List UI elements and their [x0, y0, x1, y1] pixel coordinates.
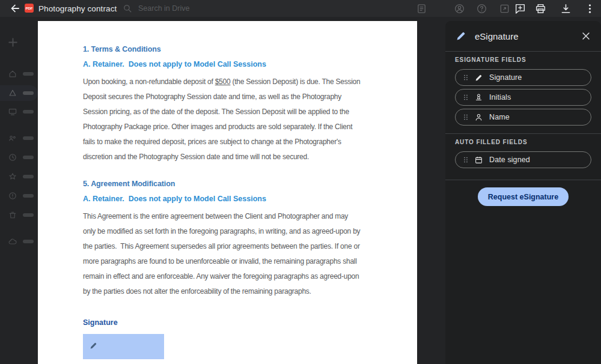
section-paragraph: This Agreement is the entire agreement b… — [83, 209, 403, 299]
auto-filled-section: AUTO FILLED FIELDS Date signed — [445, 134, 601, 180]
field-pill-label: Initials — [489, 93, 511, 102]
section-subheading: A. Retainer. Does not apply to Model Cal… — [83, 60, 403, 68]
sidebar-item — [0, 169, 38, 184]
section-paragraph: Upon booking, a non-refundable deposit o… — [83, 74, 403, 165]
esignature-panel: eSignature ESIGNATURE FIELDS SignatureIn… — [445, 21, 601, 364]
sidebar-label-placeholder — [23, 110, 34, 114]
auto-filled-fields-label: AUTO FILLED FIELDS — [455, 139, 591, 146]
sidebar-item — [0, 66, 38, 82]
field-pill-label: Name — [489, 113, 510, 121]
paragraph-line: Upon booking, a non-refundable deposit o… — [83, 74, 403, 89]
field-pill-initials[interactable]: Initials — [455, 89, 591, 106]
print-icon[interactable] — [535, 3, 546, 14]
esignature-fields-label: ESIGNATURE FIELDS — [455, 56, 591, 64]
divider — [445, 180, 601, 180]
sidebar-item — [0, 207, 38, 223]
field-pill-date-signed[interactable]: Date signed — [455, 151, 591, 168]
starred-icon — [8, 172, 17, 181]
more-options-icon[interactable] — [584, 3, 596, 14]
spam-icon — [8, 191, 17, 201]
drive-preview-screen: PDF Photography contract Search in Drive… — [0, 0, 601, 364]
sidebar-item — [0, 150, 38, 165]
file-title: Photography contract — [38, 0, 117, 17]
paragraph-line: Photography Package price. Other images … — [83, 120, 403, 135]
field-pill-signature[interactable]: Signature — [455, 69, 591, 86]
add-comment-icon[interactable] — [514, 3, 526, 14]
paragraph-line: fails to make the required deposit, pric… — [83, 135, 403, 150]
pages-icon — [416, 3, 427, 14]
sidebar-item — [0, 35, 38, 50]
signature-field-placeholder[interactable] — [83, 334, 164, 359]
drag-handle-icon[interactable] — [462, 73, 470, 82]
pdf-file-icon: PDF — [25, 4, 34, 13]
paragraph-line: Deposit secures the Photography Session … — [83, 89, 403, 105]
computers-icon — [8, 107, 17, 117]
drag-handle-icon[interactable] — [462, 93, 470, 102]
contract-section: 1. Terms & ConditionsA. Retainer. Does n… — [83, 45, 403, 165]
drag-handle-icon[interactable] — [462, 156, 470, 164]
paragraph-line: remain in effect and are enforceable. An… — [83, 269, 403, 284]
my-drive-icon — [8, 88, 17, 98]
sidebar-item — [0, 85, 38, 101]
doc-content: 1. Terms & ConditionsA. Retainer. Does n… — [83, 45, 403, 359]
panel-header: eSignature — [445, 21, 601, 51]
plus-icon — [7, 36, 19, 49]
sidebar-label-placeholder — [23, 194, 34, 198]
sidebar-item — [0, 234, 38, 249]
sidebar-item — [0, 104, 38, 120]
download-icon[interactable] — [560, 3, 572, 14]
section-heading: 1. Terms & Conditions — [83, 45, 403, 53]
section-subheading: A. Retainer. Does not apply to Model Cal… — [83, 195, 403, 203]
paragraph-line: discretion and the Photography Session d… — [83, 150, 403, 165]
esignature-fields-list: SignatureInitialsName — [455, 69, 591, 126]
home-icon — [8, 69, 17, 79]
drive-sidebar — [0, 17, 38, 364]
esignature-fields-section: ESIGNATURE FIELDS SignatureInitialsName — [445, 52, 601, 133]
drag-handle-icon[interactable] — [462, 113, 470, 121]
trash-icon — [8, 210, 17, 220]
search-bar: Search in Drive — [123, 0, 189, 17]
storage-icon — [8, 237, 17, 246]
paragraph-line: only be modified as set forth in the for… — [83, 224, 403, 239]
initials-icon — [474, 93, 483, 102]
document-page: 1. Terms & ConditionsA. Retainer. Does n… — [38, 21, 417, 364]
paragraph-line: This Agreement is the entire agreement b… — [83, 209, 403, 224]
panel-title: eSignature — [475, 31, 519, 41]
sidebar-label-placeholder — [23, 91, 34, 95]
request-esignature-button[interactable]: Request eSignature — [478, 187, 569, 206]
toolbar-icons — [416, 0, 596, 17]
open-with-icon — [499, 3, 510, 14]
pen-icon — [89, 341, 98, 350]
search-icon — [123, 4, 132, 13]
search-placeholder: Search in Drive — [138, 4, 189, 13]
sidebar-label-placeholder — [23, 156, 34, 159]
back-icon[interactable] — [10, 3, 20, 14]
paragraph-line: the parties. This Agreement supersedes a… — [83, 239, 403, 254]
sidebar-label-placeholder — [23, 213, 34, 217]
sidebar-label-placeholder — [23, 136, 34, 140]
help-icon — [476, 3, 487, 14]
section-heading: 5. Agreement Modification — [83, 180, 403, 188]
paragraph-line: by the parties does not alter the enforc… — [83, 284, 403, 299]
paragraph-line: more paragraphs are found to be unenforc… — [83, 254, 403, 269]
field-pill-label: Date signed — [489, 156, 530, 164]
sidebar-label-placeholder — [23, 72, 34, 76]
account-icon — [454, 3, 465, 14]
sidebar-label-placeholder — [23, 175, 34, 178]
shared-with-me-icon — [8, 133, 17, 143]
auto-filled-fields-list: Date signed — [455, 151, 591, 168]
close-icon[interactable] — [581, 31, 591, 41]
esignature-pen-icon — [455, 30, 467, 42]
paragraph-line: Session pricing, as of the date of the d… — [83, 105, 403, 120]
signature-field-label: Signature — [83, 318, 403, 327]
top-bar: PDF Photography contract Search in Drive — [0, 0, 601, 17]
recent-icon — [8, 153, 17, 162]
pen-icon — [474, 73, 483, 82]
sidebar-item — [0, 188, 38, 204]
sidebar-label-placeholder — [23, 240, 34, 243]
person-icon — [474, 113, 483, 122]
field-pill-name[interactable]: Name — [455, 109, 591, 126]
sidebar-item — [0, 130, 38, 146]
contract-section: 5. Agreement ModificationA. Retainer. Do… — [83, 180, 403, 299]
calendar-icon — [474, 156, 483, 165]
